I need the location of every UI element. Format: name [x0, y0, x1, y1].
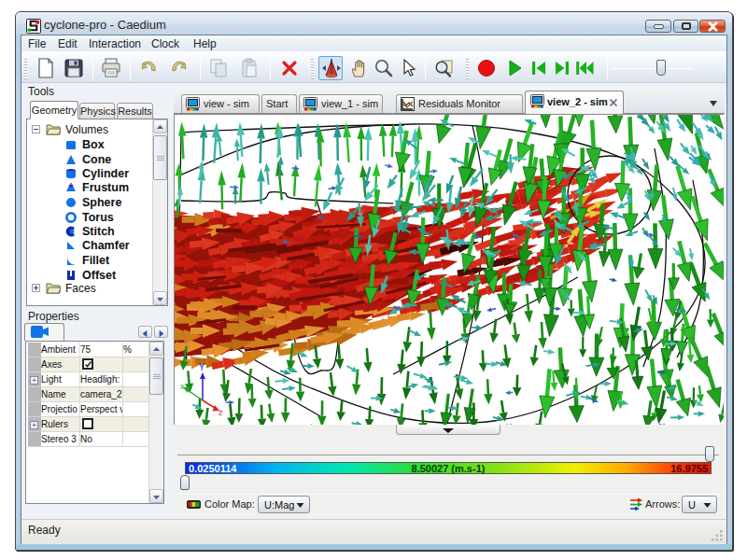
- svg-text:Y: Y: [199, 362, 205, 372]
- svg-text:x: x: [180, 382, 185, 391]
- svg-text:z: z: [218, 408, 223, 417]
